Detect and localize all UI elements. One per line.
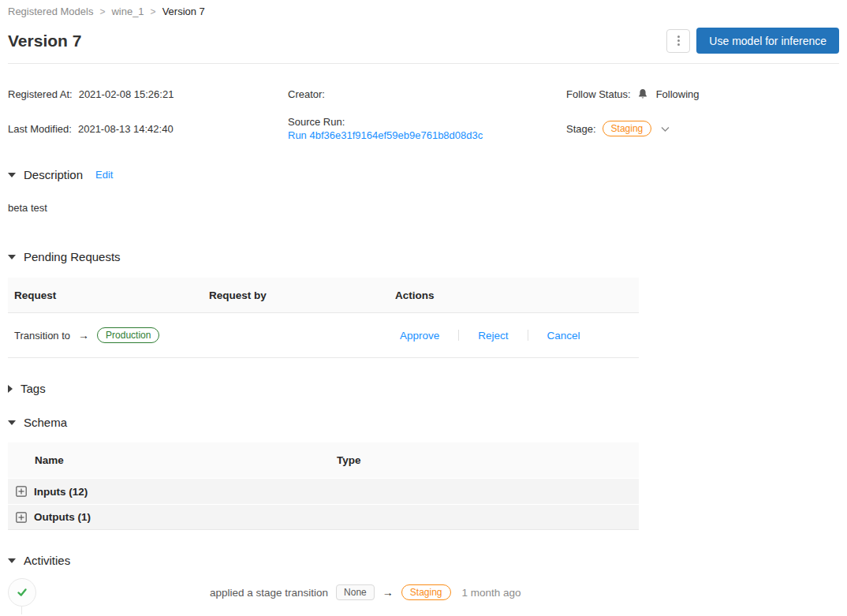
registered-at-value: 2021-02-08 15:26:21 bbox=[79, 88, 174, 100]
page-header: Version 7 Use model for inference bbox=[8, 28, 839, 54]
activities-title: Activities bbox=[24, 554, 70, 567]
schema-table-header: Name Type bbox=[8, 442, 639, 478]
description-header[interactable]: Description Edit bbox=[8, 168, 839, 181]
activities-header[interactable]: Activities bbox=[8, 554, 839, 567]
last-modified-field: Last Modified: 2021-08-13 14:42:40 bbox=[8, 116, 288, 141]
request-cell: Transition to → Production bbox=[8, 327, 203, 343]
activities-section: Activities applied a stage transition No… bbox=[8, 554, 839, 607]
creator-label: Creator: bbox=[288, 88, 325, 100]
bell-icon bbox=[637, 88, 648, 100]
cancel-link[interactable]: Cancel bbox=[547, 330, 580, 342]
stage-label: Stage: bbox=[566, 123, 596, 135]
to-stage-badge: Staging bbox=[401, 584, 451, 600]
follow-status-field: Follow Status: Following bbox=[566, 86, 839, 102]
check-circle-icon bbox=[8, 578, 36, 607]
breadcrumb-separator: > bbox=[99, 6, 105, 17]
follow-status-value[interactable]: Following bbox=[656, 88, 700, 100]
action-separator bbox=[458, 330, 459, 341]
use-model-for-inference-button[interactable]: Use model for inference bbox=[696, 28, 839, 54]
pending-requests-header[interactable]: Pending Requests bbox=[8, 250, 839, 263]
tags-section: Tags bbox=[8, 382, 839, 395]
activity-item: applied a stage transition None → Stagin… bbox=[8, 578, 839, 607]
tags-title: Tags bbox=[21, 382, 46, 395]
follow-status-label: Follow Status: bbox=[566, 88, 631, 100]
action-separator bbox=[528, 330, 528, 341]
column-header-request: Request bbox=[8, 289, 203, 301]
schema-inputs-row[interactable]: Inputs (12) bbox=[8, 478, 639, 504]
page-title: Version 7 bbox=[8, 32, 81, 50]
collapse-caret-icon[interactable] bbox=[8, 558, 16, 563]
description-content: beta test bbox=[8, 202, 839, 214]
stage-field: Stage: Staging bbox=[566, 116, 839, 141]
request-text: Transition to bbox=[14, 330, 70, 342]
source-run-field: Source Run: Run 4bf36e31f9164ef59eb9e761… bbox=[288, 116, 566, 141]
creator-field: Creator: bbox=[288, 86, 566, 102]
column-header-actions: Actions bbox=[389, 289, 639, 301]
schema-outputs-row[interactable]: Outputs (1) bbox=[8, 504, 639, 530]
chevron-down-icon[interactable] bbox=[661, 125, 670, 133]
metadata-grid: Registered At: 2021-02-08 15:26:21 Creat… bbox=[8, 64, 839, 141]
collapse-caret-icon[interactable] bbox=[8, 420, 16, 425]
breadcrumb-model-name[interactable]: wine_1 bbox=[111, 6, 144, 17]
stage-badge[interactable]: Staging bbox=[603, 121, 652, 136]
breadcrumb-version: Version 7 bbox=[162, 6, 205, 17]
more-actions-button[interactable] bbox=[666, 29, 690, 53]
description-title: Description bbox=[24, 168, 83, 181]
registered-at-field: Registered At: 2021-02-08 15:26:21 bbox=[8, 86, 288, 102]
column-header-type: Type bbox=[337, 454, 639, 466]
arrow-right-icon: → bbox=[78, 329, 89, 342]
collapse-caret-icon[interactable] bbox=[8, 255, 16, 259]
breadcrumb: Registered Models > wine_1 > Version 7 bbox=[8, 0, 839, 17]
activity-timestamp: 1 month ago bbox=[462, 587, 521, 599]
activity-text: applied a stage transition bbox=[210, 587, 328, 599]
timeline-line bbox=[21, 607, 22, 614]
breadcrumb-registered-models[interactable]: Registered Models bbox=[8, 6, 93, 17]
reject-link[interactable]: Reject bbox=[478, 330, 508, 342]
column-header-request-by: Request by bbox=[203, 289, 389, 301]
pending-requests-section: Pending Requests Request Request by Acti… bbox=[8, 250, 839, 358]
description-section: Description Edit beta test bbox=[8, 168, 839, 214]
target-stage-badge: Production bbox=[97, 327, 159, 343]
breadcrumb-separator: > bbox=[151, 6, 156, 17]
column-header-name: Name bbox=[8, 454, 337, 466]
schema-inputs-label: Inputs (12) bbox=[34, 486, 88, 498]
from-stage-badge: None bbox=[336, 584, 375, 600]
header-actions: Use model for inference bbox=[666, 28, 839, 54]
expand-plus-icon[interactable] bbox=[16, 512, 27, 523]
expand-plus-icon[interactable] bbox=[16, 486, 27, 497]
approve-link[interactable]: Approve bbox=[400, 330, 439, 342]
pending-requests-title: Pending Requests bbox=[24, 250, 121, 263]
collapse-caret-icon[interactable] bbox=[8, 173, 16, 177]
pending-requests-table-header: Request Request by Actions bbox=[8, 278, 639, 313]
schema-section: Schema Name Type Inputs (12) Outputs (1) bbox=[8, 416, 839, 530]
pending-requests-table: Request Request by Actions Transition to… bbox=[8, 278, 639, 358]
schema-table: Name Type Inputs (12) Outputs (1) bbox=[8, 442, 639, 530]
source-run-label: Source Run: bbox=[288, 116, 566, 128]
activity-body: applied a stage transition None → Stagin… bbox=[210, 584, 521, 600]
schema-header[interactable]: Schema bbox=[8, 416, 839, 429]
model-version-page: Registered Models > wine_1 > Version 7 V… bbox=[0, 0, 847, 616]
registered-at-label: Registered At: bbox=[8, 88, 73, 100]
schema-title: Schema bbox=[24, 416, 67, 429]
kebab-menu-icon bbox=[677, 35, 680, 46]
source-run-link[interactable]: Run 4bf36e31f9164ef59eb9e761b8d08d3c bbox=[288, 129, 566, 141]
edit-description-link[interactable]: Edit bbox=[95, 169, 113, 181]
collapsed-caret-icon[interactable] bbox=[8, 385, 13, 393]
actions-cell: Approve Reject Cancel bbox=[389, 330, 639, 342]
table-row: Transition to → Production Approve Rejec… bbox=[8, 313, 639, 358]
arrow-right-icon: → bbox=[382, 586, 394, 599]
last-modified-label: Last Modified: bbox=[8, 123, 72, 135]
tags-header[interactable]: Tags bbox=[8, 382, 839, 395]
last-modified-value: 2021-08-13 14:42:40 bbox=[78, 123, 174, 135]
schema-outputs-label: Outputs (1) bbox=[34, 511, 91, 523]
